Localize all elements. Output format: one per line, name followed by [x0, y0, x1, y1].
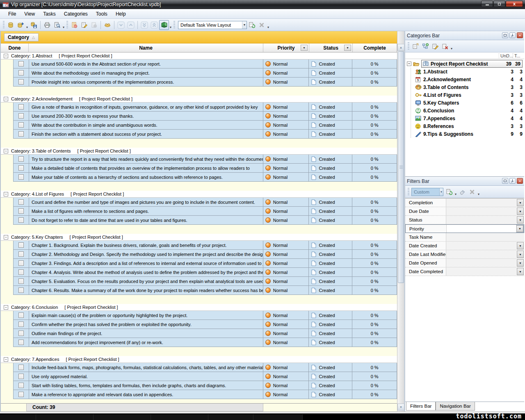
filter-row[interactable]: Date Opened▼ — [405, 259, 524, 267]
close-button[interactable]: x — [506, 1, 523, 7]
collapse-tree-icon[interactable]: − — [407, 62, 411, 66]
toolbar-grip[interactable] — [173, 21, 175, 29]
filter-value-field[interactable] — [446, 267, 516, 276]
restore-button[interactable] — [493, 1, 505, 7]
print-dropdown[interactable]: ▾ — [62, 25, 65, 29]
category-tree-item[interactable]: 7.Appendices44 — [411, 114, 524, 122]
filters-close-button[interactable]: × — [517, 178, 523, 184]
edit-task-button[interactable] — [79, 20, 89, 30]
scroll-down-button[interactable]: ▼ — [397, 404, 404, 411]
collapse-group-icon[interactable]: − — [4, 54, 8, 58]
task-done-checkbox[interactable] — [18, 269, 24, 275]
priority-filter-dropdown[interactable]: ▼ — [301, 45, 308, 51]
filter-row[interactable]: Date Created▼ — [405, 242, 524, 250]
assign-task-button[interactable] — [103, 20, 112, 30]
task-done-checkbox[interactable] — [18, 199, 24, 205]
filter-value-dropdown[interactable]: ▼ — [517, 216, 524, 224]
task-row[interactable]: Chapter 6. Results. Make a summary of al… — [13, 286, 397, 295]
toolbar-grip[interactable] — [66, 21, 68, 29]
task-done-checkbox[interactable] — [18, 365, 24, 370]
move-bottom-button[interactable] — [139, 20, 149, 30]
filter-value-field[interactable] — [446, 207, 516, 215]
filter-value-dropdown[interactable]: ▼ — [517, 251, 524, 258]
clear-filter-button[interactable] — [457, 187, 467, 197]
scrollbar-thumb[interactable] — [398, 51, 404, 283]
task-done-checkbox[interactable] — [18, 208, 24, 214]
filter-value-field[interactable] — [446, 199, 516, 207]
apply-filter-dropdown[interactable]: ▾ — [454, 192, 457, 196]
column-header-complete[interactable]: Complete — [353, 43, 397, 52]
category-tree-root-selected[interactable]: Project Report Checklist3939 — [421, 60, 523, 68]
task-row[interactable]: Make your table of contents as a hierarc… — [13, 173, 397, 182]
task-done-checkbox[interactable] — [18, 165, 24, 171]
collapse-group-icon[interactable]: − — [4, 305, 8, 310]
filter-row[interactable]: Priority▼ — [405, 224, 524, 233]
new-database-button[interactable] — [6, 20, 16, 30]
task-row[interactable]: Outline main findings of the project.Nor… — [13, 329, 397, 338]
column-header-name[interactable]: Name — [29, 43, 263, 52]
edit-category-button[interactable] — [430, 41, 440, 51]
filter-value-dropdown[interactable]: ▼ — [517, 208, 524, 215]
new-subcategory-button[interactable] — [420, 41, 430, 51]
task-done-checkbox[interactable] — [18, 113, 24, 119]
task-view-dropdown[interactable]: ▾ — [169, 25, 172, 29]
category-header-row[interactable]: −Category: 1.Abstract[ Project Report Ch… — [1, 52, 397, 59]
task-row[interactable]: Make a detailed table of contents that p… — [13, 164, 397, 173]
category-tree-item[interactable]: 1.Abstract33 — [411, 68, 524, 75]
task-row[interactable]: Chapter 1. Background. Explain the busin… — [13, 241, 397, 250]
task-row[interactable]: Make a reference to appropriate and rele… — [13, 390, 397, 399]
task-row[interactable]: Use around 500-600 words in the Abstract… — [13, 59, 397, 68]
task-row[interactable]: Try to structure the report in a way tha… — [13, 155, 397, 164]
vertical-scrollbar[interactable]: ▲ ▼ — [397, 31, 404, 411]
filter-value-field[interactable] — [446, 216, 516, 224]
filter-value-field[interactable] — [447, 225, 516, 233]
toolbar-grip[interactable] — [3, 21, 5, 29]
filter-row[interactable]: Date Completed▼ — [405, 267, 524, 276]
category-tree-item[interactable]: 4.List of Figures33 — [411, 91, 524, 99]
menu-categories[interactable]: Categories — [60, 9, 92, 18]
task-row[interactable]: Use only approved material.NormalCreated… — [13, 372, 397, 381]
task-done-checkbox[interactable] — [18, 61, 24, 66]
task-row[interactable]: Count and define the number and type of … — [13, 198, 397, 207]
move-up-button[interactable] — [126, 20, 136, 30]
new-task-button[interactable] — [69, 20, 79, 30]
task-done-checkbox[interactable] — [18, 313, 24, 318]
task-row[interactable]: Write about the methodology used in mana… — [13, 68, 397, 78]
filter-value-dropdown[interactable]: ▼ — [517, 199, 524, 206]
category-tree-item[interactable]: 6.Conclusion44 — [411, 107, 524, 114]
collapse-group-icon[interactable]: − — [4, 97, 8, 101]
category-header-row[interactable]: −Category: 5.Key Chapters[ Project Repor… — [1, 234, 397, 241]
task-row[interactable]: Provide insight into various components … — [13, 78, 397, 87]
filter-row[interactable]: Due Date▼ — [405, 207, 524, 216]
category-header-row[interactable]: −Category: 3.Table of Contents[ Project … — [1, 148, 397, 155]
group-by-category-button[interactable]: Category △ — [4, 33, 39, 41]
total-column-header[interactable]: T... — [513, 53, 523, 58]
collapse-group-icon[interactable]: − — [4, 235, 8, 240]
print-preview-button[interactable] — [52, 20, 62, 30]
filter-value-dropdown[interactable]: ▼ — [517, 268, 524, 275]
task-row[interactable]: Explain main cause(s) of the problem or … — [13, 311, 397, 320]
layout-combobox[interactable]: Default Task View Layout ▼ — [178, 21, 247, 29]
task-row[interactable]: Give a note of thanks in recognition of … — [13, 103, 397, 112]
minimize-button[interactable] — [481, 1, 493, 7]
task-row[interactable]: Chapter 5. Evaluation. Focus on the resu… — [13, 277, 397, 286]
filter-value-dropdown[interactable]: ▼ — [517, 242, 524, 249]
filter-row[interactable]: Completion▼ — [405, 199, 524, 207]
task-done-checkbox[interactable] — [18, 392, 24, 397]
menu-tools[interactable]: Tools — [92, 9, 112, 18]
task-done-checkbox[interactable] — [18, 340, 24, 345]
open-database-button[interactable] — [16, 20, 25, 30]
collapse-group-icon[interactable]: − — [4, 149, 8, 153]
category-tree-item[interactable]: 8.References33 — [411, 122, 524, 130]
task-row[interactable]: Add recommendations for project improvem… — [13, 338, 397, 347]
categories-toolbar-dropdown[interactable]: ▾ — [450, 47, 453, 50]
task-row[interactable]: Finish the section with a statement abou… — [13, 130, 397, 139]
task-done-checkbox[interactable] — [18, 278, 24, 284]
filter-preset-arrow[interactable]: ▼ — [439, 188, 443, 196]
status-filter-dropdown[interactable]: ▼ — [344, 45, 351, 51]
layout-combobox-arrow[interactable]: ▼ — [242, 21, 247, 29]
filter-row[interactable]: Status▼ — [405, 216, 524, 224]
delete-category-button[interactable] — [440, 41, 450, 51]
category-tree-item[interactable]: 52.Acknowledgement44 — [411, 75, 524, 83]
filter-value-field[interactable] — [446, 242, 516, 250]
